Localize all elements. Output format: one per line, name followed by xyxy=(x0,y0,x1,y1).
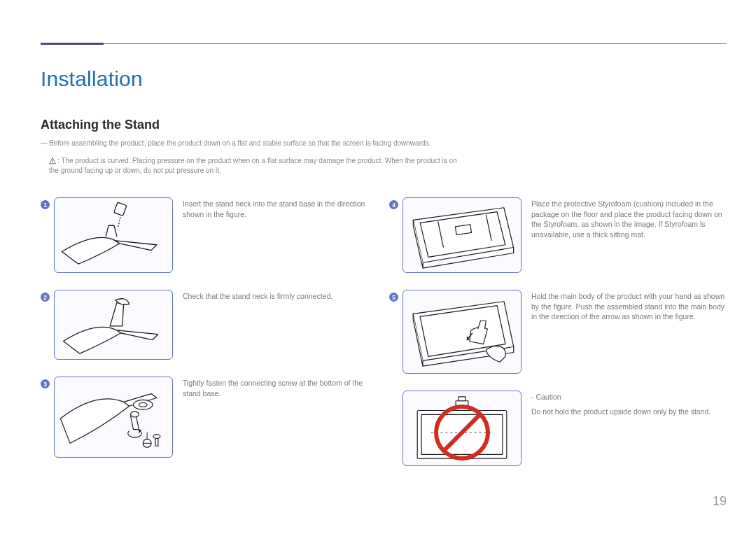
step-1: 1 Insert the stand neck into the stand b… xyxy=(41,197,372,273)
caution-text-block: - Caution Do not hold the product upside… xyxy=(531,391,725,416)
step-5-text: Hold the main body of the product with y… xyxy=(531,290,725,322)
prohibition-icon xyxy=(434,405,490,461)
step-badge: 3 xyxy=(41,379,50,388)
figure-1 xyxy=(54,197,173,273)
step-3-text: Tightly fasten the connecting screw at t… xyxy=(183,377,372,398)
step-2: 2 Check that the stand neck is firmly co… xyxy=(41,290,372,360)
svg-point-6 xyxy=(131,412,139,417)
figure-3 xyxy=(54,377,173,458)
figure-caution xyxy=(402,391,522,466)
svg-rect-9 xyxy=(455,225,471,235)
content-area: 1 Insert the stand neck into the stand b… xyxy=(41,197,727,492)
left-column: 1 Insert the stand neck into the stand b… xyxy=(41,197,372,458)
page-title: Installation xyxy=(41,67,143,91)
right-column: 4 Place the protective Styrofoam (cushio… xyxy=(389,197,725,466)
intro-text: Before assembling the product, place the… xyxy=(49,139,462,149)
svg-rect-0 xyxy=(52,160,53,162)
intro-warning: : The product is curved. Placing pressur… xyxy=(49,156,462,176)
intro-warning-text: : The product is curved. Placing pressur… xyxy=(49,157,457,175)
warning-icon xyxy=(49,157,56,164)
svg-line-3 xyxy=(118,217,120,227)
intro-block: ― Before assembling the product, place t… xyxy=(42,139,462,176)
svg-rect-1 xyxy=(52,162,53,162)
step-badge: 4 xyxy=(389,200,398,209)
step-4: 4 Place the protective Styrofoam (cushio… xyxy=(389,197,725,273)
svg-point-8 xyxy=(153,435,160,439)
step-badge: 2 xyxy=(41,293,50,302)
step-2-text: Check that the stand neck is firmly conn… xyxy=(183,290,372,302)
section-title: Attaching the Stand xyxy=(41,118,160,132)
svg-rect-2 xyxy=(114,202,127,216)
figure-4 xyxy=(402,197,522,273)
caution-text: Do not hold the product upside down only… xyxy=(531,407,725,417)
caution-step: - Caution Do not hold the product upside… xyxy=(389,391,725,466)
step-3: 3 xyxy=(41,377,372,458)
figure-5 xyxy=(402,290,522,374)
step-1-text: Insert the stand neck into the stand bas… xyxy=(183,197,372,219)
caution-title: - Caution xyxy=(531,392,725,402)
header-rule xyxy=(41,43,727,44)
step-5: 5 xyxy=(389,290,725,374)
figure-2 xyxy=(54,290,173,360)
step-4-text: Place the protective Styrofoam (cushion)… xyxy=(531,197,725,240)
page-number: 19 xyxy=(713,494,727,509)
intro-dash: ― xyxy=(41,139,48,149)
svg-point-5 xyxy=(139,402,147,407)
step-badge: 1 xyxy=(41,200,50,209)
header-accent xyxy=(41,43,104,45)
step-badge: 5 xyxy=(389,293,398,302)
